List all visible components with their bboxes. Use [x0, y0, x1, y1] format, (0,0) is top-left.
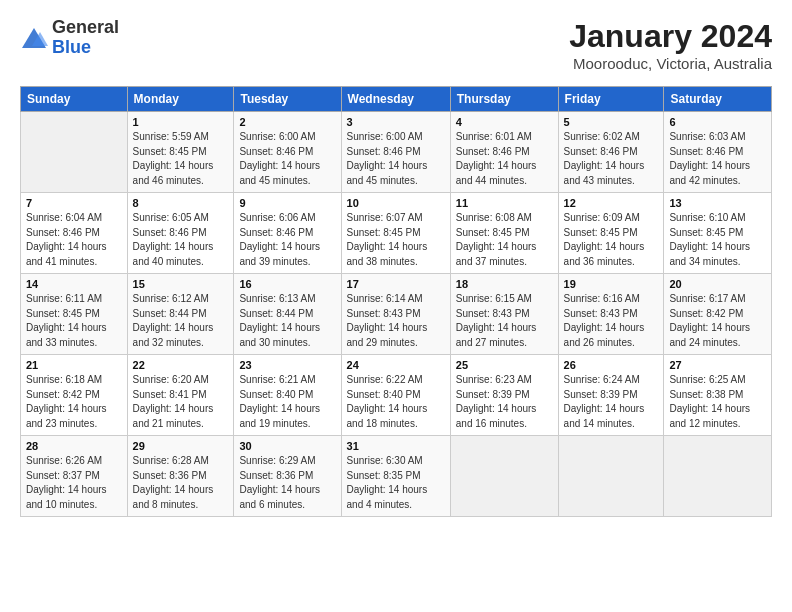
calendar-cell: 27Sunrise: 6:25 AMSunset: 8:38 PMDayligh… [664, 355, 772, 436]
calendar-cell: 5Sunrise: 6:02 AMSunset: 8:46 PMDaylight… [558, 112, 664, 193]
day-number: 13 [669, 197, 766, 209]
day-number: 5 [564, 116, 659, 128]
calendar-cell: 7Sunrise: 6:04 AMSunset: 8:46 PMDaylight… [21, 193, 128, 274]
logo-general: General [52, 18, 119, 38]
col-header-thursday: Thursday [450, 87, 558, 112]
logo: General Blue [20, 18, 119, 58]
day-number: 30 [239, 440, 335, 452]
calendar-cell [21, 112, 128, 193]
day-info: Sunrise: 6:10 AMSunset: 8:45 PMDaylight:… [669, 211, 766, 269]
logo-blue: Blue [52, 38, 119, 58]
calendar-cell: 20Sunrise: 6:17 AMSunset: 8:42 PMDayligh… [664, 274, 772, 355]
day-info: Sunrise: 6:25 AMSunset: 8:38 PMDaylight:… [669, 373, 766, 431]
day-info: Sunrise: 6:11 AMSunset: 8:45 PMDaylight:… [26, 292, 122, 350]
calendar-cell: 30Sunrise: 6:29 AMSunset: 8:36 PMDayligh… [234, 436, 341, 517]
calendar-cell: 2Sunrise: 6:00 AMSunset: 8:46 PMDaylight… [234, 112, 341, 193]
day-number: 7 [26, 197, 122, 209]
calendar-cell: 26Sunrise: 6:24 AMSunset: 8:39 PMDayligh… [558, 355, 664, 436]
day-number: 19 [564, 278, 659, 290]
col-header-wednesday: Wednesday [341, 87, 450, 112]
calendar-cell: 3Sunrise: 6:00 AMSunset: 8:46 PMDaylight… [341, 112, 450, 193]
calendar-cell: 10Sunrise: 6:07 AMSunset: 8:45 PMDayligh… [341, 193, 450, 274]
calendar-cell: 19Sunrise: 6:16 AMSunset: 8:43 PMDayligh… [558, 274, 664, 355]
day-info: Sunrise: 6:29 AMSunset: 8:36 PMDaylight:… [239, 454, 335, 512]
day-number: 4 [456, 116, 553, 128]
day-info: Sunrise: 6:18 AMSunset: 8:42 PMDaylight:… [26, 373, 122, 431]
calendar-cell [664, 436, 772, 517]
day-number: 12 [564, 197, 659, 209]
day-info: Sunrise: 6:16 AMSunset: 8:43 PMDaylight:… [564, 292, 659, 350]
calendar-cell: 31Sunrise: 6:30 AMSunset: 8:35 PMDayligh… [341, 436, 450, 517]
day-info: Sunrise: 6:20 AMSunset: 8:41 PMDaylight:… [133, 373, 229, 431]
page-header: General Blue January 2024 Moorooduc, Vic… [20, 18, 772, 72]
day-number: 16 [239, 278, 335, 290]
day-info: Sunrise: 6:04 AMSunset: 8:46 PMDaylight:… [26, 211, 122, 269]
calendar-cell: 17Sunrise: 6:14 AMSunset: 8:43 PMDayligh… [341, 274, 450, 355]
day-number: 23 [239, 359, 335, 371]
calendar-cell: 11Sunrise: 6:08 AMSunset: 8:45 PMDayligh… [450, 193, 558, 274]
calendar-cell: 16Sunrise: 6:13 AMSunset: 8:44 PMDayligh… [234, 274, 341, 355]
day-info: Sunrise: 6:06 AMSunset: 8:46 PMDaylight:… [239, 211, 335, 269]
calendar-table: SundayMondayTuesdayWednesdayThursdayFrid… [20, 86, 772, 517]
col-header-sunday: Sunday [21, 87, 128, 112]
day-info: Sunrise: 6:15 AMSunset: 8:43 PMDaylight:… [456, 292, 553, 350]
day-info: Sunrise: 6:05 AMSunset: 8:46 PMDaylight:… [133, 211, 229, 269]
calendar-cell: 21Sunrise: 6:18 AMSunset: 8:42 PMDayligh… [21, 355, 128, 436]
day-info: Sunrise: 6:01 AMSunset: 8:46 PMDaylight:… [456, 130, 553, 188]
calendar-cell: 28Sunrise: 6:26 AMSunset: 8:37 PMDayligh… [21, 436, 128, 517]
day-info: Sunrise: 6:17 AMSunset: 8:42 PMDaylight:… [669, 292, 766, 350]
day-number: 10 [347, 197, 445, 209]
day-number: 22 [133, 359, 229, 371]
calendar-cell [558, 436, 664, 517]
day-number: 11 [456, 197, 553, 209]
day-number: 9 [239, 197, 335, 209]
page-title: January 2024 [569, 18, 772, 55]
day-info: Sunrise: 6:09 AMSunset: 8:45 PMDaylight:… [564, 211, 659, 269]
page-subtitle: Moorooduc, Victoria, Australia [569, 55, 772, 72]
day-number: 8 [133, 197, 229, 209]
logo-icon [20, 26, 48, 54]
col-header-tuesday: Tuesday [234, 87, 341, 112]
calendar-cell: 23Sunrise: 6:21 AMSunset: 8:40 PMDayligh… [234, 355, 341, 436]
calendar-cell: 8Sunrise: 6:05 AMSunset: 8:46 PMDaylight… [127, 193, 234, 274]
day-number: 2 [239, 116, 335, 128]
day-number: 14 [26, 278, 122, 290]
col-header-saturday: Saturday [664, 87, 772, 112]
logo-text: General Blue [52, 18, 119, 58]
day-number: 3 [347, 116, 445, 128]
day-number: 28 [26, 440, 122, 452]
day-number: 29 [133, 440, 229, 452]
col-header-friday: Friday [558, 87, 664, 112]
day-number: 20 [669, 278, 766, 290]
day-number: 1 [133, 116, 229, 128]
calendar-cell: 14Sunrise: 6:11 AMSunset: 8:45 PMDayligh… [21, 274, 128, 355]
day-info: Sunrise: 6:21 AMSunset: 8:40 PMDaylight:… [239, 373, 335, 431]
day-number: 21 [26, 359, 122, 371]
day-info: Sunrise: 6:08 AMSunset: 8:45 PMDaylight:… [456, 211, 553, 269]
day-info: Sunrise: 6:26 AMSunset: 8:37 PMDaylight:… [26, 454, 122, 512]
calendar-cell: 18Sunrise: 6:15 AMSunset: 8:43 PMDayligh… [450, 274, 558, 355]
calendar-cell: 1Sunrise: 5:59 AMSunset: 8:45 PMDaylight… [127, 112, 234, 193]
day-info: Sunrise: 6:28 AMSunset: 8:36 PMDaylight:… [133, 454, 229, 512]
calendar-cell: 9Sunrise: 6:06 AMSunset: 8:46 PMDaylight… [234, 193, 341, 274]
day-number: 24 [347, 359, 445, 371]
day-number: 25 [456, 359, 553, 371]
day-info: Sunrise: 5:59 AMSunset: 8:45 PMDaylight:… [133, 130, 229, 188]
day-info: Sunrise: 6:14 AMSunset: 8:43 PMDaylight:… [347, 292, 445, 350]
calendar-cell: 29Sunrise: 6:28 AMSunset: 8:36 PMDayligh… [127, 436, 234, 517]
day-number: 18 [456, 278, 553, 290]
calendar-cell: 13Sunrise: 6:10 AMSunset: 8:45 PMDayligh… [664, 193, 772, 274]
title-block: January 2024 Moorooduc, Victoria, Austra… [569, 18, 772, 72]
calendar-cell: 15Sunrise: 6:12 AMSunset: 8:44 PMDayligh… [127, 274, 234, 355]
calendar-cell: 22Sunrise: 6:20 AMSunset: 8:41 PMDayligh… [127, 355, 234, 436]
col-header-monday: Monday [127, 87, 234, 112]
calendar-cell: 4Sunrise: 6:01 AMSunset: 8:46 PMDaylight… [450, 112, 558, 193]
day-number: 6 [669, 116, 766, 128]
day-info: Sunrise: 6:22 AMSunset: 8:40 PMDaylight:… [347, 373, 445, 431]
calendar-cell: 24Sunrise: 6:22 AMSunset: 8:40 PMDayligh… [341, 355, 450, 436]
day-info: Sunrise: 6:24 AMSunset: 8:39 PMDaylight:… [564, 373, 659, 431]
day-number: 31 [347, 440, 445, 452]
calendar-cell [450, 436, 558, 517]
day-info: Sunrise: 6:00 AMSunset: 8:46 PMDaylight:… [239, 130, 335, 188]
day-number: 26 [564, 359, 659, 371]
